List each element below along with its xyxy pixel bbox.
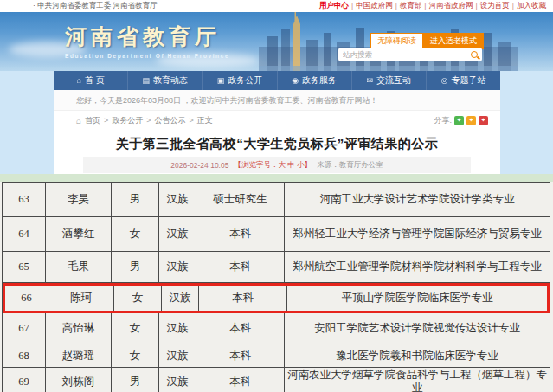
cell-number: 66 xyxy=(5,286,48,311)
cell-number: 65 xyxy=(3,252,46,282)
cell-school: 豫北医学院羲和书院临床医学专业 xyxy=(285,344,550,367)
cell-degree: 本科 xyxy=(196,313,285,344)
nav-item-label: 政务公开 xyxy=(228,74,262,87)
weibo-share-icon[interactable]: ✦ xyxy=(466,116,476,125)
share-label: 分享: xyxy=(434,115,452,126)
cell-number: 67 xyxy=(3,313,46,344)
cell-name: 李昊 xyxy=(46,183,112,216)
cell-degree: 硕士研究生 xyxy=(196,183,285,216)
separator: | xyxy=(395,2,397,10)
cell-degree: 本科 xyxy=(196,217,285,251)
cell-number: 64 xyxy=(3,217,46,251)
article-meta: 2026-02-24 10:05 【浏览字号：大 中 小】 来源：教育厅办公室 xyxy=(83,157,471,173)
subsite-icon: ◎ xyxy=(441,76,448,85)
table-row: 63李昊男汉族硕士研究生河南工业大学设计艺术学院设计学类专业 xyxy=(3,183,550,217)
welcome-bar: 您好，今天是2026年03月08日 ，欢迎访问中共河南省委教育工委、河南省教育厅… xyxy=(54,90,500,111)
cell-name: 酒攀红 xyxy=(46,217,112,251)
nav-item[interactable]: ✉交流互动 xyxy=(352,71,427,90)
cell-gender: 男 xyxy=(112,183,159,216)
topbar-link[interactable]: 河南省政府网 xyxy=(429,1,473,11)
breadcrumb-item[interactable]: 首页 xyxy=(85,115,100,126)
qzone-share-icon[interactable]: ✦ xyxy=(479,116,488,125)
font-size-switcher[interactable]: 【浏览字号：大 中 小】 xyxy=(234,160,312,170)
cell-number: 68 xyxy=(3,344,46,367)
cell-gender: 男 xyxy=(112,368,159,392)
search-icon[interactable] xyxy=(471,51,478,58)
agency-names: · 中共河南省委教育工委 河南省教育厅 xyxy=(33,1,158,11)
table-row: 67高怡琳女汉族本科安阳工学院艺术设计学院视觉传达设计专业 xyxy=(3,313,550,344)
cell-degree: 本科 xyxy=(199,286,287,311)
cell-school: 河南农业大学烟草学院食品科学与工程（烟草工程）专业 xyxy=(285,368,550,392)
cell-name: 毛果 xyxy=(46,252,112,282)
cell-ethnicity: 汉族 xyxy=(159,313,196,344)
awardees-table: 63李昊男汉族硕士研究生河南工业大学设计艺术学院设计学类专业64酒攀红女汉族本科… xyxy=(2,182,550,392)
site-search xyxy=(338,48,482,61)
cell-ethnicity: 汉族 xyxy=(159,252,196,282)
page-title: 关于第三批全省高校“大学生党员标兵”评审结果的公示 xyxy=(54,130,500,157)
cell-gender: 女 xyxy=(112,217,159,251)
search-input[interactable] xyxy=(343,50,471,59)
cell-school: 郑州航空工业管理学院材料学院材料科学与工程专业 xyxy=(285,252,550,282)
document-divider xyxy=(0,174,553,182)
cell-name: 赵璐瑶 xyxy=(46,344,112,367)
nav-item-label: 政务服务 xyxy=(302,74,337,87)
cell-school: 安阳工学院艺术设计学院视觉传达设计专业 xyxy=(285,313,550,344)
share-widget: 分享: ✦✦✦ xyxy=(434,115,488,126)
cell-ethnicity: 汉族 xyxy=(162,286,199,311)
article-source: 来源：教育厅办公室 xyxy=(317,160,383,170)
topbar-link[interactable]: 中国政府网 xyxy=(356,1,393,11)
topbar-link[interactable]: 设为首页 xyxy=(480,1,510,11)
separator: | xyxy=(424,2,426,10)
nav-item-label: 首 页 xyxy=(85,74,105,87)
nav-item-label: 交流互动 xyxy=(376,74,411,87)
nav-item-label: 专题子站 xyxy=(451,74,485,87)
cell-ethnicity: 汉族 xyxy=(159,344,196,367)
breadcrumb-row: ⌂首页>政务公开>公告公示>正文 分享: ✦✦✦ xyxy=(54,111,500,130)
nav-item-label: 教育动态 xyxy=(153,74,188,87)
nav-item[interactable]: ◎专题子站 xyxy=(427,71,500,90)
topbar-link[interactable]: 教育部 xyxy=(400,1,422,11)
site-logo: 河南省教育厅 Education Department Of Henan Pro… xyxy=(65,22,229,59)
nav-item[interactable]: ◉政务服务 xyxy=(278,71,352,90)
topbar-links: 用户中心|中国政府网|教育部|河南省政府网|设为首页|加入收藏 xyxy=(319,1,546,11)
document-scan: 63李昊男汉族硕士研究生河南工业大学设计艺术学院设计学类专业64酒攀红女汉族本科… xyxy=(0,182,553,392)
page: · 中共河南省委教育工委 河南省教育厅 用户中心|中国政府网|教育部|河南省政府… xyxy=(0,0,553,392)
cell-degree: 本科 xyxy=(196,252,285,282)
cell-number: 69 xyxy=(3,368,46,392)
main-nav: ⌂首 页▤教育动态▣政务公开◉政务服务✉交流互动◎专题子站 xyxy=(54,71,500,90)
cell-school: 平顶山学院医学院临床医学专业 xyxy=(287,286,547,311)
home-icon: ⌂ xyxy=(76,76,80,85)
topbar-link[interactable]: 用户中心 xyxy=(319,1,349,11)
content-area: 您好，今天是2026年03月08日 ，欢迎访问中共河南省委教育工委、河南省教育厅… xyxy=(54,90,500,174)
site-banner: 河南省教育厅 Education Department Of Henan Pro… xyxy=(0,12,553,71)
cell-ethnicity: 汉族 xyxy=(159,183,196,216)
cell-gender: 女 xyxy=(112,313,159,344)
table-row: 69刘栋阁男汉族本科河南农业大学烟草学院食品科学与工程（烟草工程）专业 xyxy=(3,368,550,392)
nav-item[interactable]: ▣政务公开 xyxy=(203,71,277,90)
breadcrumb: ⌂首页>政务公开>公告公示>正文 xyxy=(76,115,213,126)
cell-degree: 本科 xyxy=(196,344,285,367)
breadcrumb-separator: > xyxy=(104,116,108,125)
home-icon: ⌂ xyxy=(76,116,81,125)
nav-item[interactable]: ▤教育动态 xyxy=(128,71,203,90)
disclosure-icon: ▣ xyxy=(217,76,225,85)
breadcrumb-separator: > xyxy=(146,116,151,125)
topbar-link[interactable]: 加入收藏 xyxy=(517,1,546,11)
breadcrumb-item[interactable]: 公告公示 xyxy=(155,115,186,126)
cell-gender: 男 xyxy=(112,252,159,282)
nav-item[interactable]: ⌂首 页 xyxy=(54,71,128,90)
site-title: 河南省教育厅 xyxy=(65,22,229,51)
top-utility-bar: · 中共河南省委教育工委 河南省教育厅 用户中心|中国政府网|教育部|河南省政府… xyxy=(0,0,553,12)
cell-gender: 女 xyxy=(114,286,162,311)
table-row: 64酒攀红女汉族本科郑州轻工业大学经济与管理学院国际经济与贸易专业 xyxy=(3,217,550,252)
cell-gender: 女 xyxy=(112,344,159,367)
interaction-icon: ✉ xyxy=(367,76,374,85)
separator: | xyxy=(512,2,514,10)
breadcrumb-item[interactable]: 正文 xyxy=(197,115,213,126)
cell-number: 63 xyxy=(3,183,46,216)
breadcrumb-item[interactable]: 政务公开 xyxy=(112,115,143,126)
service-icon: ◉ xyxy=(292,76,299,85)
wechat-share-icon[interactable]: ✦ xyxy=(454,116,464,125)
cell-ethnicity: 汉族 xyxy=(159,368,196,392)
table-row-highlighted: 66陈珂女汉族本科平顶山学院医学院临床医学专业 xyxy=(3,283,550,313)
